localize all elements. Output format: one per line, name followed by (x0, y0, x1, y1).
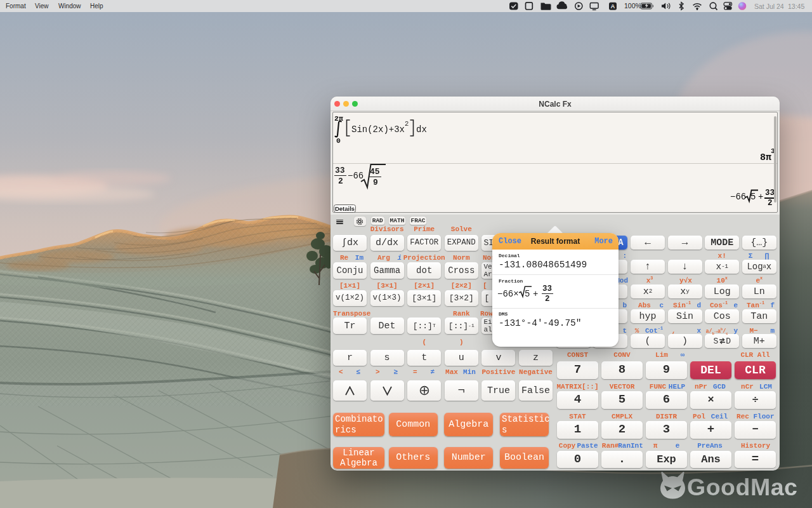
svg-text:A: A (611, 3, 615, 10)
svg-text:100%: 100% (624, 2, 641, 10)
svg-text:GoodMac: GoodMac (687, 474, 797, 500)
